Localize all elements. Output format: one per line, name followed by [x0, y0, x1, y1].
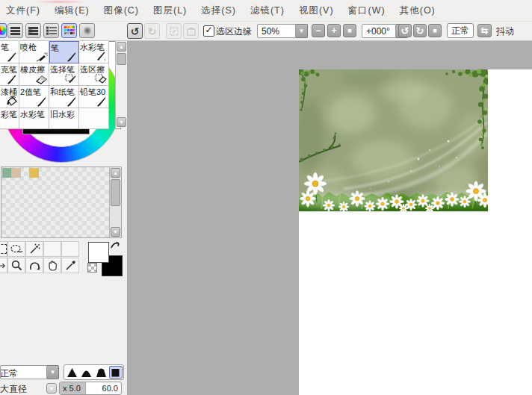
zoom-out-button[interactable]: −	[312, 24, 325, 37]
brush-tool-笔[interactable]: 笔	[0, 41, 19, 63]
color-swatch[interactable]	[29, 168, 39, 178]
brush-tool-label: 旧水彩	[50, 109, 75, 120]
menu-item[interactable]: 滤镜(T)	[248, 3, 287, 19]
workspace[interactable]	[127, 41, 532, 395]
menu-item[interactable]: 选择(S)	[199, 3, 238, 19]
brush-tool-彩笔[interactable]: 彩笔	[0, 108, 19, 129]
hsv-bars-icon	[28, 27, 38, 35]
edge-shape-round-button[interactable]	[80, 366, 93, 379]
brush-tool-铅笔30[interactable]: 铅笔30	[79, 86, 109, 108]
brush-grid-scrollbar[interactable]: ▲ ▼	[115, 41, 121, 128]
scroll-down-icon[interactable]: ▼	[111, 227, 120, 237]
move-arrow-icon	[0, 262, 7, 270]
swap-colors-icon[interactable]	[110, 240, 122, 250]
brush-tool-克笔[interactable]: 克笔	[0, 63, 19, 86]
menu-item[interactable]: 编辑(E)	[52, 3, 92, 19]
brush-tool-2值笔[interactable]: 2值笔	[19, 86, 49, 108]
move-tool[interactable]	[0, 258, 7, 273]
scroll-up-icon[interactable]: ▲	[111, 168, 120, 178]
canvas[interactable]	[299, 69, 532, 395]
rotate-reset-button[interactable]: ■	[428, 24, 442, 37]
edge-shape-hard-button[interactable]	[65, 366, 78, 379]
rgb-bars-icon	[10, 27, 20, 35]
brush-tool-选择笔[interactable]: 选择笔	[49, 63, 79, 86]
menu-item[interactable]: 视图(V)	[297, 3, 336, 19]
menu-item[interactable]: 文件(F)	[4, 3, 43, 19]
scroll-down-icon[interactable]: ▼	[117, 117, 121, 127]
scratchpad-toggle-button[interactable]	[79, 23, 95, 38]
zoom-value[interactable]: 50%	[257, 24, 296, 38]
menu-item[interactable]: 窗口(W)	[346, 3, 388, 19]
transparent-color-button[interactable]	[87, 263, 97, 273]
brush-tool-选区擦[interactable]: 选区擦	[79, 63, 109, 86]
size-dropdown-button[interactable]: ▼	[46, 383, 57, 394]
chevron-down-icon: ▼	[49, 386, 55, 391]
edge-shape-square-button[interactable]	[109, 366, 123, 379]
menu-item[interactable]: 图像(C)	[102, 3, 141, 19]
magic-wand-tool[interactable]	[25, 241, 43, 257]
rotate-ccw-button[interactable]: ↺	[398, 24, 412, 37]
menu-item[interactable]: 其他(O)	[398, 3, 438, 19]
blend-mode-combobox[interactable]: 正常 ▼	[0, 365, 59, 379]
eyedropper-tool[interactable]	[61, 258, 79, 273]
foreground-color-swatch[interactable]	[88, 242, 109, 263]
selection-transfer-button[interactable]	[166, 23, 182, 39]
color-mixer-toggle-button[interactable]	[43, 23, 59, 38]
selection-paste-button[interactable]	[183, 23, 199, 39]
brush-tool-橡皮擦[interactable]: 橡皮擦	[19, 63, 49, 86]
swatch-panel[interactable]: ▲ ▼	[1, 167, 122, 238]
color-wheel-toggle-button[interactable]	[0, 23, 7, 38]
brush-tool-水彩笔[interactable]: 水彩笔	[79, 41, 109, 63]
brush-tool-漆桶[interactable]: 漆桶	[0, 86, 19, 108]
brush-tool-label: 彩笔	[1, 109, 17, 120]
color-swatch[interactable]	[11, 168, 21, 178]
angle-value[interactable]: +000°	[362, 24, 396, 38]
chevron-down-icon[interactable]: ▼	[47, 365, 59, 379]
brush-tool-水彩笔[interactable]: 水彩笔	[19, 108, 49, 129]
blend-mode-value[interactable]: 正常	[0, 365, 47, 379]
rgb-slider-toggle-button[interactable]	[7, 23, 23, 38]
edge-shape-flat-button[interactable]	[94, 366, 108, 379]
rotate-cw-button[interactable]: ↻	[413, 24, 427, 37]
magnifier-icon	[11, 260, 22, 271]
size-multiplier[interactable]: x 5.0	[60, 382, 86, 394]
redo-button[interactable]: ↻	[144, 23, 160, 39]
selection-paste-icon	[187, 27, 196, 36]
zoom-reset-button[interactable]: ■	[343, 24, 356, 37]
selection-transfer-icon	[170, 27, 179, 36]
brush-tool-和纸笔[interactable]: 和纸笔	[49, 86, 79, 108]
hsv-slider-toggle-button[interactable]	[25, 23, 41, 38]
scroll-up-icon[interactable]: ▲	[117, 42, 121, 52]
square-icon: ■	[347, 27, 351, 34]
zoom-in-button[interactable]: +	[327, 24, 341, 37]
zoom-tool[interactable]	[7, 258, 25, 273]
flip-icon: ⇆	[480, 25, 488, 36]
brush-tool-笔[interactable]: 笔	[49, 41, 79, 63]
brush-tool-喷枪[interactable]: 喷枪	[19, 41, 49, 63]
scrollbar-thumb[interactable]	[117, 53, 121, 65]
scrollbar-thumb[interactable]	[111, 179, 120, 206]
flip-view-button[interactable]: ⇆	[477, 24, 492, 37]
swatches-toggle-button[interactable]	[61, 23, 77, 38]
triangle-shape-icon	[66, 367, 78, 378]
menu-item[interactable]: 图层(L)	[151, 3, 189, 19]
magic-wand-icon	[29, 243, 40, 255]
chevron-down-icon[interactable]: ▼	[296, 24, 308, 38]
lasso-tool[interactable]	[7, 241, 25, 257]
selection-edge-checkbox[interactable]: ✓	[203, 25, 214, 37]
hand-tool[interactable]	[43, 258, 61, 273]
swatch-scrollbar[interactable]: ▲ ▼	[109, 167, 121, 237]
toolbar: ↺ ↻ ✓ 选区边缘 50% ▼ − + ■ +000° ▼ ↺ ↻	[0, 22, 532, 41]
view-normal-button[interactable]: 正常	[447, 23, 474, 38]
brush-tool-旧水彩[interactable]: 旧水彩	[49, 108, 79, 129]
canvas-image[interactable]	[299, 69, 488, 211]
lasso-icon	[10, 244, 23, 255]
eyedropper-icon	[65, 260, 76, 271]
rotate-view-tool[interactable]	[25, 258, 43, 273]
undo-button[interactable]: ↺	[127, 23, 143, 39]
zoom-combobox[interactable]: 50% ▼	[257, 24, 308, 38]
marquee-tool[interactable]	[0, 241, 7, 257]
brush-size-slider[interactable]: x 5.0 60.0	[59, 382, 122, 395]
max-diameter-label: 大直径	[0, 383, 27, 395]
brush-tool-empty[interactable]	[79, 108, 109, 129]
